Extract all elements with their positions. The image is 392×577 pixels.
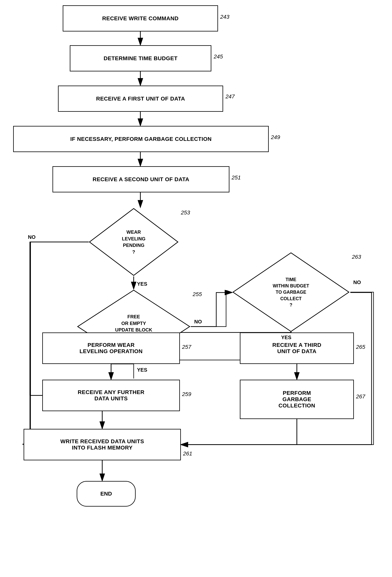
ref-257: 257 xyxy=(182,344,191,350)
box-label: IF NECESSARY, PERFORM GARBAGE COLLECTION xyxy=(70,136,212,142)
diamond-label: WEARLEVELINGPENDING? xyxy=(122,229,145,254)
diamond-label: TIMEWITHIN BUDGETTO GARBAGECOLLECT? xyxy=(273,277,309,307)
box-label: RECEIVE A THIRDUNIT OF DATA xyxy=(272,342,322,355)
ref-259: 259 xyxy=(182,391,191,397)
box-label: PERFORM WEARLEVELING OPERATION xyxy=(79,342,142,355)
receive-second-unit-box: RECEIVE A SECOND UNIT OF DATA xyxy=(53,166,229,192)
ref-251: 251 xyxy=(231,175,241,181)
receive-further-data-box: RECEIVE ANY FURTHERDATA UNITS xyxy=(42,380,180,411)
yes-label-wear-leveling: YES xyxy=(137,281,147,287)
box-label: RECEIVE A SECOND UNIT OF DATA xyxy=(93,176,189,182)
if-necessary-gc-box: IF NECESSARY, PERFORM GARBAGE COLLECTION xyxy=(13,126,269,152)
box-label: WRITE RECEIVED DATA UNITSINTO FLASH MEMO… xyxy=(60,438,144,451)
box-label: RECEIVE WRITE COMMAND xyxy=(102,15,179,22)
ref-247: 247 xyxy=(226,93,235,100)
yes-label-free-block: YES xyxy=(137,367,147,373)
receive-third-unit-box: RECEIVE A THIRDUNIT OF DATA xyxy=(240,332,354,364)
determine-time-budget-box: DETERMINE TIME BUDGET xyxy=(70,45,211,72)
ref-253: 253 xyxy=(181,210,190,216)
receive-first-unit-box: RECEIVE A FIRST UNIT OF DATA xyxy=(58,86,223,112)
ref-263: 263 xyxy=(352,254,361,260)
flowchart-diagram: RECEIVE WRITE COMMAND 243 DETERMINE TIME… xyxy=(0,0,392,577)
perform-wear-leveling-box: PERFORM WEARLEVELING OPERATION xyxy=(42,332,180,364)
ref-245: 245 xyxy=(214,54,223,60)
diamond-wear-leveling: WEARLEVELINGPENDING? xyxy=(89,208,179,276)
yes-label-time-budget: YES xyxy=(281,334,291,341)
write-flash-memory-box: WRITE RECEIVED DATA UNITSINTO FLASH MEMO… xyxy=(24,429,181,460)
box-label: PERFORMGARBAGECOLLECTION xyxy=(279,390,315,409)
ref-265: 265 xyxy=(356,344,365,350)
box-label: RECEIVE A FIRST UNIT OF DATA xyxy=(96,96,185,102)
no-label-free-block: NO xyxy=(194,319,202,325)
ref-249: 249 xyxy=(271,134,280,141)
ref-243: 243 xyxy=(220,14,229,20)
perform-gc-box: PERFORMGARBAGECOLLECTION xyxy=(240,380,354,419)
no-label-time-budget: NO xyxy=(353,279,361,286)
ref-261: 261 xyxy=(183,451,192,457)
ref-267: 267 xyxy=(356,394,365,400)
box-label: DETERMINE TIME BUDGET xyxy=(104,55,178,62)
receive-write-command-box: RECEIVE WRITE COMMAND xyxy=(63,5,218,32)
diamond-time-budget-gc: TIMEWITHIN BUDGETTO GARBAGECOLLECT? xyxy=(232,252,350,332)
end-box: END xyxy=(77,481,136,506)
box-label: RECEIVE ANY FURTHERDATA UNITS xyxy=(78,389,144,402)
end-label: END xyxy=(100,491,112,497)
ref-255: 255 xyxy=(193,291,202,297)
no-label-wear-leveling: NO xyxy=(28,234,35,240)
